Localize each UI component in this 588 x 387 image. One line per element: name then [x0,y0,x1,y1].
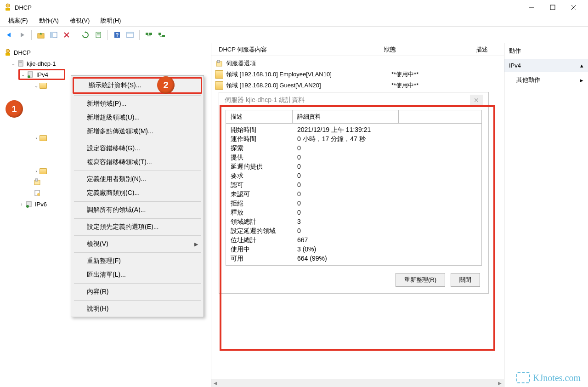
tree-server[interactable]: ⌄ kjie-dhcp-1 [2,58,209,69]
stats-row[interactable]: 拒絕0 [226,199,481,208]
dialog-refresh-button[interactable]: 重新整理(R) [396,273,445,287]
server-options-icon [215,59,223,68]
horizontal-scrollbar[interactable]: ◀ ▶ [211,379,504,387]
cm-show-stats[interactable]: 顯示統計資料(S)... [73,77,202,94]
stats-row[interactable]: 未認可0 [226,190,481,199]
svg-rect-0 [6,8,10,11]
cm-new-superscope[interactable]: 新增超級領域(U)... [72,111,203,125]
stats-row[interactable]: 認可0 [226,181,481,190]
svg-rect-19 [149,33,152,35]
list-header: DHCP 伺服器內容 狀態 描述 [211,43,504,56]
svg-rect-23 [6,53,10,56]
cm-reconcile[interactable]: 調解所有的領域(A)... [72,203,203,217]
expander-icon[interactable]: › [18,202,25,207]
show-hide-tree-icon[interactable] [48,29,59,40]
help-icon[interactable]: ? [112,29,123,40]
cm-refresh[interactable]: 重新整理(F) [72,254,203,268]
expander-icon[interactable]: ⌄ [33,83,40,88]
svg-rect-25 [18,61,23,66]
refresh-icon[interactable] [80,29,91,40]
col-desc[interactable]: 描述 [472,44,492,56]
stats-row[interactable]: 可用664 (99%) [226,254,481,263]
svg-rect-18 [146,33,148,35]
cm-new-multicast[interactable]: 新增多點傳送領域(M)... [72,125,203,138]
cm-vendor-classes[interactable]: 定義廠商類別(C)... [72,186,203,200]
expander-icon[interactable]: ⌄ [20,72,26,77]
expander-icon[interactable]: ⌄ [10,61,17,66]
stats-row[interactable]: 延遲的提供0 [226,162,481,171]
stats-value: 0 小時，17 分鐘，47 秒 [297,135,477,143]
list-row[interactable]: 領域 [192.168.20.0] Guest[VLAN20] **使用中** [211,80,504,91]
toolbar-separator [31,30,32,40]
stats-value: 0 [297,163,477,171]
menu-view[interactable]: 檢視(V) [64,15,95,27]
delete-icon[interactable] [61,29,72,40]
dialog-title-bar[interactable]: 伺服器 kjie-dhcp-1 統計資料 ✕ [219,92,488,108]
stats-col-detail[interactable]: 詳細資料 [293,110,399,123]
actions-section-ipv4[interactable]: IPv4 ▴ [504,59,588,72]
expander-icon[interactable]: › [33,136,40,141]
separator [74,140,201,140]
stats-value: 0 [297,172,477,180]
maximize-button[interactable] [542,0,563,14]
cm-failover-copy[interactable]: 複寫容錯移轉領域(T)... [72,155,203,169]
toolbar: ? [0,27,588,43]
up-level-icon[interactable] [35,29,46,40]
stats-row[interactable]: 領域總計3 [226,217,481,227]
folder-icon [40,168,47,174]
col-content[interactable]: DHCP 伺服器內容 [215,44,380,56]
stats-dialog: 伺服器 kjie-dhcp-1 統計資料 ✕ 描述 詳細資料 開始時間2021/… [219,92,489,294]
ipv6-icon [25,200,33,208]
list-row[interactable]: 領域 [192.168.10.0] Employee[VLAN10] **使用中… [211,69,504,80]
forward-button[interactable] [17,29,28,40]
scope-icon-2[interactable] [156,29,167,40]
actions-other[interactable]: 其他動作 ▸ [504,72,588,88]
stats-row[interactable]: 探索0 [226,144,481,153]
cm-properties[interactable]: 內容(R) [72,285,203,299]
svg-rect-31 [35,179,38,181]
stats-col-desc[interactable]: 描述 [226,110,293,123]
tree-ipv4[interactable]: ⌄ IPv4 [18,69,65,80]
dialog-close-button[interactable]: ✕ [470,95,483,106]
cm-predefined[interactable]: 設定預先定義的選項(E)... [72,220,203,234]
menu-file[interactable]: 檔案(F) [3,15,34,27]
stats-row[interactable]: 釋放0 [226,208,481,217]
back-button[interactable] [4,29,15,40]
svg-rect-17 [127,32,133,34]
stats-row[interactable]: 設定延遲的領域0 [226,227,481,236]
scope-icon-1[interactable] [143,29,154,40]
minimize-button[interactable] [521,0,542,14]
options-icon [33,178,41,186]
list-row[interactable]: 伺服器選項 [211,58,504,69]
dialog-close-button2[interactable]: 關閉 [451,273,480,287]
cm-user-classes[interactable]: 定義使用者類別(N)... [72,172,203,186]
expander-icon[interactable]: › [33,169,40,174]
stats-key: 使用中 [231,245,297,254]
stats-row[interactable]: 使用中3 (0%) [226,245,481,254]
export-icon[interactable] [93,29,104,40]
stats-key: 設定延遲的領域 [231,227,297,235]
stats-row[interactable]: 位址總計667 [226,236,481,245]
scroll-right-icon[interactable]: ▶ [496,379,504,387]
cm-failover-config[interactable]: 設定容錯移轉(G)... [72,142,203,155]
svg-text:?: ? [116,32,119,38]
scroll-left-icon[interactable]: ◀ [211,379,220,387]
close-button[interactable] [563,0,584,14]
stats-row[interactable]: 提供0 [226,153,481,162]
properties-icon[interactable] [124,29,136,40]
stats-key: 位址總計 [231,236,297,245]
stats-row[interactable]: 開始時間2021/12/19 上午 11:39:21 [226,125,481,135]
svg-point-24 [6,49,10,53]
cm-view[interactable]: 檢視(V)▶ [72,237,203,251]
cm-export[interactable]: 匯出清單(L)... [72,268,203,282]
tree-root-dhcp[interactable]: DHCP [2,47,209,58]
menu-help[interactable]: 說明(H) [95,15,126,27]
stats-row[interactable]: 要求0 [226,171,481,181]
col-status[interactable]: 狀態 [380,44,472,56]
stats-col-empty[interactable] [399,110,481,123]
menu-action[interactable]: 動作(A) [34,15,64,27]
stats-row[interactable]: 運作時間0 小時，17 分鐘，47 秒 [226,135,481,144]
cm-help[interactable]: 說明(H) [72,302,203,316]
cm-new-scope[interactable]: 新增領域(P)... [72,97,203,111]
row-status: **使用中** [391,70,483,79]
